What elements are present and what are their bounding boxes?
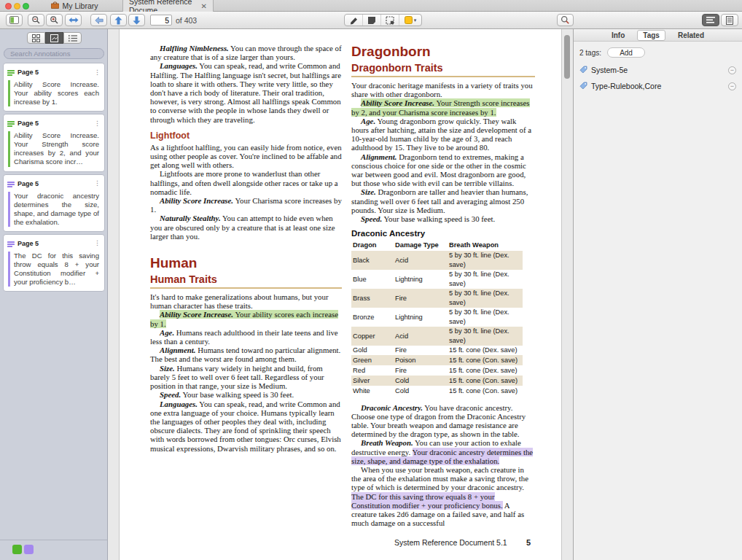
- table-cell: 15 ft. cone (Con. save): [448, 355, 523, 365]
- search-annotations-input[interactable]: [10, 50, 106, 58]
- tag-row[interactable]: System-5e−: [574, 62, 742, 78]
- tags-count-label: 2 tags:: [579, 49, 601, 57]
- tab-document[interactable]: System Reference Docume… ✕: [122, 0, 214, 12]
- tab-tags[interactable]: Tags: [637, 30, 665, 41]
- paragraph: Naturally Stealthy. You can attempt to h…: [150, 214, 342, 241]
- page-number-input[interactable]: [150, 15, 172, 26]
- tab-my-library[interactable]: My Library: [40, 0, 109, 12]
- search-annotations-box[interactable]: [4, 48, 104, 59]
- paragraph: Languages. You can speak, read, and writ…: [150, 400, 342, 453]
- annotation-card[interactable]: Page 5⋮Your draconic ancestry determines…: [3, 174, 105, 232]
- zoom-out-button[interactable]: [28, 14, 44, 26]
- zoom-out-icon: [31, 15, 41, 25]
- fit-width-icon: [69, 17, 79, 23]
- kebab-menu-icon[interactable]: ⋮: [94, 180, 101, 187]
- minimize-window-button[interactable]: [14, 3, 20, 9]
- kebab-menu-icon[interactable]: ⋮: [94, 120, 101, 127]
- color-filter-purple[interactable]: [24, 545, 34, 554]
- briefcase-icon: [51, 1, 59, 10]
- paragraph: Your draconic heritage manifests in a va…: [351, 81, 535, 98]
- table-cell: Acid: [394, 251, 448, 270]
- table-row: BlueLightning5 by 30 ft. line (Dex. save…: [351, 270, 523, 289]
- annotation-tools: ▾: [344, 14, 422, 26]
- paragraph: Languages. You can speak, read, and writ…: [150, 61, 342, 123]
- pdf-viewer: Halfling Nimbleness. You can move throug…: [109, 29, 572, 560]
- next-page-button[interactable]: [128, 14, 145, 26]
- table-row: GoldFire15 ft. cone (Dex. save): [351, 346, 523, 356]
- close-tab-icon[interactable]: ✕: [201, 2, 207, 10]
- table-cell: 5 by 30 ft. line (Dex. save): [448, 308, 523, 327]
- paragraph: Ability Score Increase. Your Strength sc…: [351, 98, 535, 116]
- tag-label: System-5e: [591, 66, 725, 74]
- highlight-icon: [7, 237, 15, 250]
- thumbnails-grid-icon: [32, 34, 40, 42]
- highlighted-text: The DC for this saving throw equals 8 + …: [351, 492, 503, 510]
- table-header-cell: Damage Type: [394, 240, 448, 250]
- thumbnails-view-button[interactable]: [27, 32, 45, 44]
- table-title: Draconic Ancestry: [351, 229, 535, 238]
- subsection-heading: Dragonborn Traits: [351, 62, 535, 77]
- tag-label: Type-Rulebook,Core: [591, 82, 725, 90]
- highlighted-text: Ability Score Increase.: [160, 310, 233, 319]
- highlighter-icon: [349, 16, 359, 25]
- annotation-card[interactable]: Page 5⋮Ability Score Increase. Your Stre…: [3, 114, 105, 171]
- kebab-menu-icon[interactable]: ⋮: [94, 240, 101, 246]
- outline-view-button[interactable]: [63, 32, 82, 44]
- table-cell: Cold: [394, 376, 448, 386]
- nav-back-button[interactable]: [90, 14, 107, 26]
- highlight-tool-button[interactable]: [345, 15, 363, 26]
- toggle-sidebar-button[interactable]: [6, 14, 23, 26]
- item-pane-tabs: Info Tags Related: [574, 29, 742, 42]
- annotation-card[interactable]: Page 5⋮Ability Score Increase. Your abil…: [3, 63, 105, 112]
- zoom-fit-width-button[interactable]: [65, 14, 82, 26]
- annotations-view-button[interactable]: [45, 32, 63, 44]
- zoom-in-button[interactable]: [46, 14, 63, 26]
- annotation-page-icon: [50, 34, 58, 42]
- toggle-annotations-pane-button[interactable]: [702, 14, 719, 26]
- paragraph: It's hard to make generalizations about …: [150, 292, 342, 310]
- tag-list: System-5e−Type-Rulebook,Core−: [574, 62, 742, 94]
- annotation-color-picker[interactable]: ▾: [399, 15, 421, 26]
- zoom-window-button[interactable]: [23, 3, 29, 9]
- annotation-card[interactable]: Page 5⋮The DC for this saving throw equa…: [3, 234, 105, 292]
- outline-list-icon: [69, 35, 77, 42]
- paragraph: Lightfoots are more prone to wanderlust …: [150, 169, 342, 196]
- kebab-menu-icon[interactable]: ⋮: [94, 69, 101, 76]
- table-cell: Fire: [394, 289, 448, 308]
- annotation-text[interactable]: Your draconic ancestry determines the si…: [8, 192, 101, 227]
- annotation-list: Page 5⋮Ability Score Increase. Your abil…: [3, 63, 105, 292]
- viewer-scrollbar-thumb[interactable]: [564, 35, 570, 79]
- highlight-icon: [7, 177, 15, 190]
- color-filter-green[interactable]: [12, 545, 22, 554]
- table-cell: Red: [351, 365, 394, 376]
- remove-tag-button[interactable]: −: [728, 82, 736, 90]
- sidebar-footer-divider: [0, 540, 107, 540]
- item-pane: Info Tags Related 2 tags: Add System-5e−…: [573, 29, 742, 560]
- table-row: RedFire15 ft. cone (Dex. save): [351, 365, 523, 376]
- note-tool-button[interactable]: [363, 15, 381, 26]
- paragraph: Speed. Your base walking speed is 30 fee…: [351, 214, 535, 223]
- previous-page-button[interactable]: [110, 14, 127, 26]
- table-row: BrassFire5 by 30 ft. line (Dex. save): [351, 289, 523, 308]
- area-selection-icon: [386, 16, 394, 25]
- find-in-document-button[interactable]: [557, 14, 574, 26]
- search-icon: [561, 15, 570, 25]
- tag-row[interactable]: Type-Rulebook,Core−: [574, 78, 742, 94]
- close-window-button[interactable]: [5, 3, 12, 9]
- add-tag-button[interactable]: Add: [607, 47, 645, 58]
- area-select-tool-button[interactable]: [381, 15, 399, 26]
- down-arrow-icon: [133, 16, 141, 25]
- annotation-text[interactable]: Ability Score Increase. Your Strength sc…: [8, 131, 101, 166]
- annotation-text[interactable]: Ability Score Increase. Your ability sco…: [8, 80, 101, 106]
- remove-tag-button[interactable]: −: [728, 66, 736, 74]
- table-cell: 15 ft. cone (Con. save): [448, 386, 523, 396]
- tab-info[interactable]: Info: [606, 31, 630, 40]
- paragraph: Ability Score Increase. Your ability sco…: [150, 310, 342, 327]
- table-cell: 15 ft. cone (Con. save): [448, 376, 523, 386]
- paragraph: Halfling Nimbleness. You can move throug…: [150, 44, 342, 61]
- highlight-icon: [7, 66, 15, 79]
- annotation-text[interactable]: The DC for this saving throw equals 8 + …: [8, 252, 101, 287]
- tab-related[interactable]: Related: [673, 31, 709, 40]
- paragraph: Size. Humans vary widely in height and b…: [150, 364, 342, 391]
- toggle-item-pane-button[interactable]: [721, 14, 738, 26]
